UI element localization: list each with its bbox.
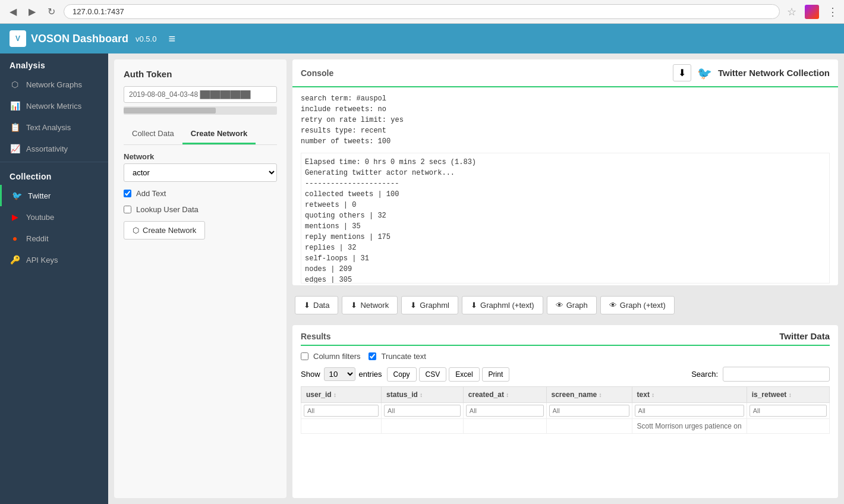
- network-download-icon: ⬇: [351, 301, 357, 310]
- browser-bookmark-icon[interactable]: ☆: [787, 5, 796, 18]
- filter-status-id[interactable]: [384, 405, 461, 417]
- truncate-text-row: Truncate text: [369, 352, 426, 361]
- sidebar-item-reddit[interactable]: ● Reddit: [0, 228, 108, 249]
- filter-created-at[interactable]: [466, 405, 544, 417]
- auth-token-title: Auth Token: [124, 69, 277, 79]
- graph-text-btn-label: Graph (+text): [620, 301, 666, 310]
- sidebar-item-network-metrics[interactable]: 📊 Network Metrics: [0, 95, 108, 116]
- filter-text[interactable]: [635, 405, 744, 417]
- cell-is-retweet: [747, 419, 829, 434]
- column-filters-row: Column filters: [301, 352, 360, 361]
- sidebar-item-label: Twitter: [28, 191, 51, 200]
- filter-is-retweet[interactable]: [749, 405, 827, 417]
- create-network-button[interactable]: ⬡ Create Network: [124, 221, 205, 240]
- data-table: user_id ↕ status_id ↕ created_at: [301, 386, 830, 434]
- filter-user-id[interactable]: [304, 405, 379, 417]
- network-graphs-icon: ⬡: [10, 80, 20, 89]
- sidebar-item-network-graphs[interactable]: ⬡ Network Graphs: [0, 74, 108, 95]
- network-select[interactable]: actor semantic bimodal: [124, 163, 277, 182]
- add-text-checkbox[interactable]: [124, 190, 131, 197]
- col-user-id[interactable]: user_id ↕: [301, 387, 382, 403]
- col-created-at[interactable]: created_at ↕: [463, 387, 546, 403]
- browser-chrome: ◀ ▶ ↻ 127.0.0.1:7437 ☆ ⋮: [0, 0, 844, 24]
- truncate-text-checkbox[interactable]: [369, 352, 376, 360]
- console-header: Console ⬇ 🐦 Twitter Network Collection: [292, 59, 838, 87]
- filter-row: [301, 403, 830, 419]
- right-panel: Console ⬇ 🐦 Twitter Network Collection s…: [292, 59, 838, 498]
- browser-url-bar[interactable]: 127.0.0.1:7437: [64, 4, 780, 19]
- console-title: Console: [301, 68, 333, 78]
- data-button[interactable]: ⬇ Data: [295, 296, 338, 314]
- column-filters-checkbox[interactable]: [301, 352, 308, 360]
- lookup-user-data-checkbox[interactable]: [124, 206, 131, 213]
- filter-screen-name[interactable]: [549, 405, 629, 417]
- auth-token-field[interactable]: 2019-08-08_04-03-48 ██████████: [124, 86, 277, 103]
- console-network-label: Twitter Network Collection: [718, 68, 830, 78]
- csv-button[interactable]: CSV: [419, 367, 447, 382]
- add-text-row: Add Text: [124, 189, 277, 198]
- sidebar-item-youtube[interactable]: ▶ Youtube: [0, 206, 108, 228]
- results-title: Results: [301, 332, 331, 341]
- col-screen-name[interactable]: screen_name ↕: [546, 387, 632, 403]
- graphml-button[interactable]: ⬇ Graphml: [401, 296, 458, 314]
- graph-button[interactable]: 👁 Graph: [547, 296, 597, 314]
- hamburger-icon[interactable]: ≡: [168, 32, 175, 46]
- sidebar-item-label: Text Analysis: [26, 123, 71, 132]
- content-area: Auth Token 2019-08-08_04-03-48 █████████…: [108, 53, 844, 504]
- col-text[interactable]: text ↕: [632, 387, 747, 403]
- graph-text-button[interactable]: 👁 Graph (+text): [600, 296, 675, 314]
- results-subtitle: Twitter Data: [779, 331, 830, 341]
- graph-view-icon: 👁: [556, 301, 563, 310]
- results-controls: Column filters Truncate text: [301, 352, 830, 361]
- console-section-1: search term: #auspol include retweets: n…: [301, 93, 830, 147]
- table-row: Scott Morrison urges patience on: [301, 419, 830, 434]
- browser-back-button[interactable]: ◀: [6, 5, 20, 18]
- col-status-id[interactable]: status_id ↕: [382, 387, 464, 403]
- app-logo: V VOSON Dashboard v0.5.0: [10, 30, 156, 47]
- network-button[interactable]: ⬇ Network: [342, 296, 398, 314]
- sidebar-item-label: Assortativity: [26, 144, 68, 153]
- tab-create-network[interactable]: Create Network: [182, 124, 256, 144]
- console-twitter-icon: 🐦: [697, 66, 712, 80]
- entries-select[interactable]: 10 25 50 100: [324, 367, 355, 381]
- sidebar-item-label: Youtube: [26, 213, 54, 222]
- console-download-button[interactable]: ⬇: [673, 64, 691, 81]
- api-keys-icon: 🔑: [10, 255, 20, 264]
- col-is-retweet[interactable]: is_retweet ↕: [747, 387, 829, 403]
- excel-button[interactable]: Excel: [449, 367, 479, 382]
- browser-menu-icon[interactable]: ⋮: [827, 5, 838, 18]
- network-btn-label: Network: [360, 301, 389, 310]
- sort-arrows-status-id: ↕: [420, 392, 423, 398]
- sidebar-item-twitter[interactable]: 🐦 Twitter: [0, 185, 108, 206]
- copy-button[interactable]: Copy: [387, 367, 417, 382]
- top-nav: V VOSON Dashboard v0.5.0 ≡: [0, 24, 844, 53]
- column-filters-label: Column filters: [313, 352, 360, 361]
- search-input[interactable]: [723, 367, 830, 382]
- sidebar-item-label: API Keys: [26, 256, 58, 264]
- sort-arrows-is-retweet: ↕: [789, 392, 792, 398]
- search-row: Search:: [691, 367, 830, 382]
- sort-arrows-text: ↕: [651, 392, 654, 398]
- graph-text-view-icon: 👁: [609, 301, 617, 310]
- sidebar-item-label: Reddit: [26, 234, 49, 243]
- panel-layout: Auth Token 2019-08-08_04-03-48 █████████…: [108, 53, 844, 504]
- tab-collect-data[interactable]: Collect Data: [124, 124, 182, 144]
- data-download-icon: ⬇: [304, 301, 310, 310]
- cell-status-id: [382, 419, 464, 434]
- twitter-icon: 🐦: [11, 191, 22, 200]
- print-button[interactable]: Print: [482, 367, 510, 382]
- browser-reload-button[interactable]: ↻: [44, 5, 59, 18]
- graph-btn-label: Graph: [566, 301, 588, 310]
- logo-icon: V: [10, 30, 26, 47]
- sidebar-item-api-keys[interactable]: 🔑 API Keys: [0, 249, 108, 270]
- sidebar-item-text-analysis[interactable]: 📋 Text Analysis: [0, 116, 108, 138]
- data-btn-label: Data: [313, 301, 329, 310]
- truncate-text-label: Truncate text: [381, 352, 426, 361]
- graphml-text-button[interactable]: ⬇ Graphml (+text): [462, 296, 543, 314]
- sidebar-item-assortativity[interactable]: 📈 Assortativity: [0, 138, 108, 159]
- graphml-text-btn-label: Graphml (+text): [480, 301, 534, 310]
- auth-token-scrollbar[interactable]: [124, 106, 277, 115]
- left-panel-tab-bar: Collect Data Create Network: [124, 124, 277, 145]
- browser-forward-button[interactable]: ▶: [25, 5, 39, 18]
- results-container: Results Twitter Data Column filters: [292, 325, 838, 498]
